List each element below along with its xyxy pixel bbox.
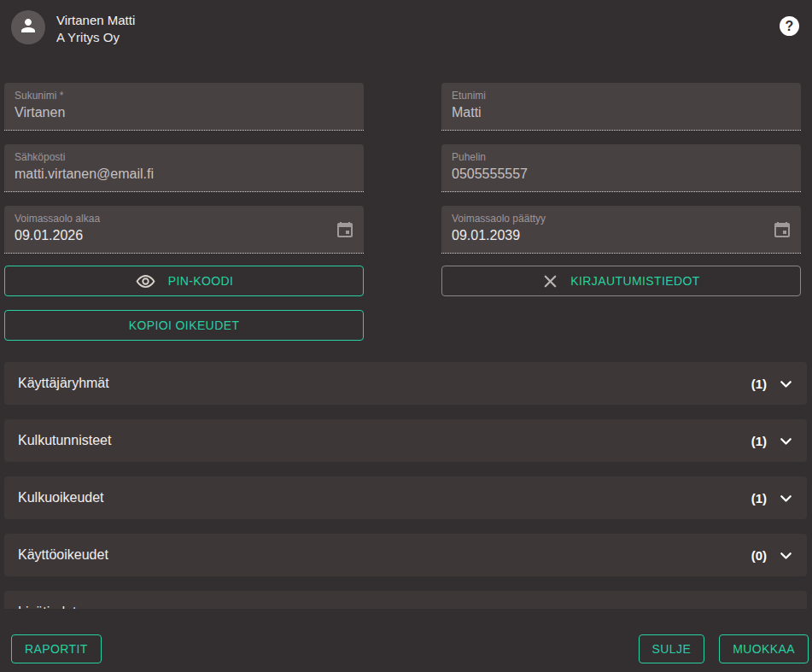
phone-value: 0505555557 bbox=[452, 167, 791, 182]
login-details-button[interactable]: KIRJAUTUMISTIEDOT bbox=[441, 266, 801, 296]
user-name: Virtanen Matti bbox=[56, 12, 135, 29]
section-title: Kulkutunnisteet bbox=[18, 433, 751, 448]
lastname-value: Virtanen bbox=[15, 105, 353, 120]
firstname-field[interactable]: Etunimi Matti bbox=[441, 83, 801, 131]
form-fields: Sukunimi * Virtanen Etunimi Matti Sähköp… bbox=[4, 83, 801, 254]
validity-end-field[interactable]: Voimassaolo päättyy 09.01.2039 bbox=[441, 206, 801, 254]
lastname-label: Sukunimi * bbox=[15, 90, 353, 102]
section-title: Kulkuoikeudet bbox=[18, 490, 751, 505]
section-count: (1) bbox=[751, 377, 767, 391]
copy-rights-label: KOPIOI OIKEUDET bbox=[129, 318, 240, 332]
header: Virtanen Matti A Yritys Oy ? bbox=[0, 0, 812, 51]
section-count: (0) bbox=[751, 548, 767, 563]
email-label: Sähköposti bbox=[15, 151, 353, 163]
person-icon bbox=[18, 15, 38, 39]
validity-start-label: Voimassaolo alkaa bbox=[15, 213, 353, 225]
chevron-down-icon bbox=[777, 546, 795, 564]
section-access-rights[interactable]: Kulkuoikeudet (1) bbox=[4, 476, 807, 519]
header-names: Virtanen Matti A Yritys Oy bbox=[56, 10, 135, 46]
phone-field[interactable]: Puhelin 0505555557 bbox=[441, 144, 801, 192]
section-count: (1) bbox=[751, 491, 767, 505]
section-user-rights[interactable]: Käyttöoikeudet (0) bbox=[4, 534, 807, 576]
validity-start-value: 09.01.2026 bbox=[15, 228, 353, 243]
section-title: Käyttäjäryhmät bbox=[18, 376, 751, 391]
chevron-down-icon bbox=[777, 432, 795, 450]
user-company: A Yritys Oy bbox=[56, 29, 135, 46]
section-count: (1) bbox=[751, 434, 767, 448]
validity-end-label: Voimassaolo päättyy bbox=[452, 213, 791, 225]
action-row-1: PIN-KOODI KIRJAUTUMISTIEDOT bbox=[4, 266, 801, 296]
action-row-2: KOPIOI OIKEUDET bbox=[4, 310, 801, 341]
calendar-icon[interactable] bbox=[335, 219, 355, 240]
avatar bbox=[11, 10, 45, 44]
firstname-value: Matti bbox=[452, 105, 791, 120]
help-icon[interactable]: ? bbox=[780, 16, 799, 36]
pin-code-button[interactable]: PIN-KOODI bbox=[4, 266, 364, 296]
login-details-label: KIRJAUTUMISTIEDOT bbox=[570, 274, 699, 288]
close-icon bbox=[542, 273, 558, 289]
lastname-field[interactable]: Sukunimi * Virtanen bbox=[4, 83, 364, 131]
phone-label: Puhelin bbox=[452, 151, 791, 163]
validity-start-field[interactable]: Voimassaolo alkaa 09.01.2026 bbox=[4, 206, 364, 254]
section-access-tokens[interactable]: Kulkutunnisteet (1) bbox=[4, 419, 807, 462]
calendar-icon[interactable] bbox=[772, 219, 792, 240]
reports-button[interactable]: RAPORTIT bbox=[11, 634, 102, 663]
section-title: Käyttöoikeudet bbox=[18, 547, 751, 563]
user-detail-dialog: Virtanen Matti A Yritys Oy ? Sukunimi * … bbox=[0, 0, 812, 672]
edit-button[interactable]: MUOKKAA bbox=[719, 634, 809, 663]
copy-rights-button[interactable]: KOPIOI OIKEUDET bbox=[4, 310, 364, 341]
chevron-down-icon bbox=[777, 489, 795, 507]
eye-icon bbox=[135, 271, 156, 292]
email-field[interactable]: Sähköposti matti.virtanen@email.fi bbox=[4, 144, 364, 192]
section-user-groups[interactable]: Käyttäjäryhmät (1) bbox=[4, 362, 807, 405]
close-button[interactable]: SULJE bbox=[639, 634, 705, 663]
validity-end-value: 09.01.2039 bbox=[452, 228, 791, 243]
footer-bar: RAPORTIT SULJE MUOKKAA bbox=[0, 609, 812, 672]
accordion-sections: Käyttäjäryhmät (1) Kulkutunnisteet (1) K… bbox=[4, 362, 807, 634]
firstname-label: Etunimi bbox=[452, 90, 791, 102]
email-value: matti.virtanen@email.fi bbox=[15, 167, 353, 182]
chevron-down-icon bbox=[777, 375, 795, 393]
pin-code-label: PIN-KOODI bbox=[168, 274, 234, 288]
